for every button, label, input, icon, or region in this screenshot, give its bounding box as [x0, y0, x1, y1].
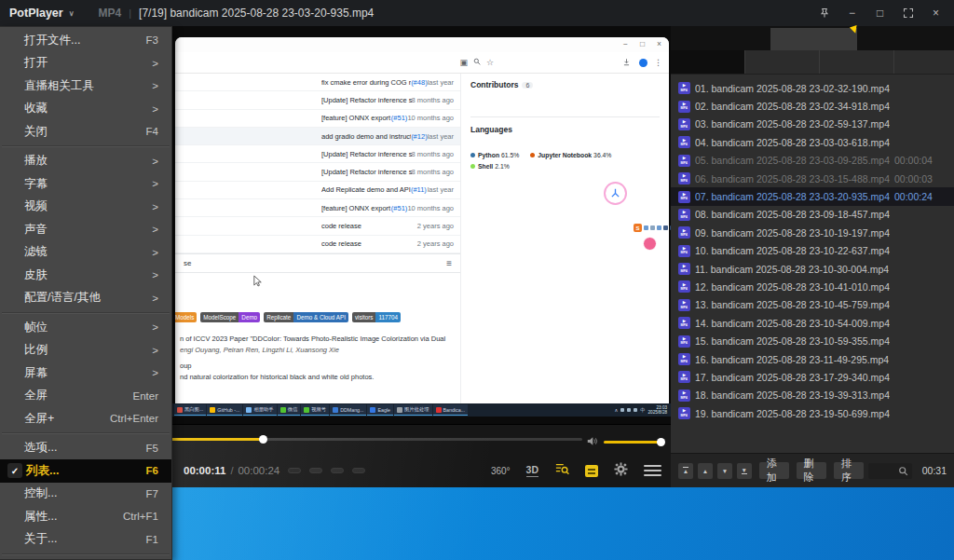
menu-item[interactable]: ✓ 收藏 > [0, 98, 171, 121]
avatar[interactable] [470, 96, 483, 108]
github-sidebar: Contributors6 Languages [461, 74, 669, 403]
video-area[interactable]: − □ × ▣ ☆ [172, 26, 671, 424]
menu-item[interactable]: ✓ 选项... F5 [0, 437, 171, 460]
move-bottom-button[interactable]: ▼ [737, 463, 752, 479]
playlist-item[interactable]: ▶MP4 02. bandicam 2025-08-28 23-02-34-91… [671, 97, 954, 115]
maximize-button[interactable]: □ [873, 7, 887, 20]
playlist-search-input[interactable] [868, 463, 912, 479]
playlist-item[interactable]: ▶MP4 16. bandicam 2025-08-28 23-11-49-29… [671, 350, 954, 368]
menu-item[interactable]: ✓ 字幕 > [0, 172, 171, 196]
commit-pr-link[interactable]: (#51) [391, 114, 408, 122]
subtitle-panel-button[interactable] [585, 465, 598, 477]
menu-item[interactable]: ✓ 控制... F7 [0, 483, 171, 506]
avatar[interactable] [489, 96, 501, 108]
move-up-button[interactable]: ▲ [698, 463, 713, 479]
volume-slider[interactable] [604, 441, 665, 444]
tool-icon[interactable] [650, 225, 655, 230]
menu-item[interactable]: ✓ 帧位 > [0, 316, 171, 339]
avatar[interactable] [564, 96, 576, 108]
codec-badge[interactable] [309, 468, 322, 473]
avatar[interactable] [545, 96, 557, 108]
playlist-item[interactable]: ▶MP4 14. bandicam 2025-08-28 23-10-54-00… [671, 314, 954, 332]
add-button[interactable]: 添加 [759, 462, 789, 479]
album-tab[interactable] [671, 50, 745, 74]
move-down-button[interactable]: ▼ [717, 463, 732, 479]
playlist-item[interactable]: ▶MP4 17. bandicam 2025-08-28 23-17-29-34… [671, 368, 954, 386]
menu-item[interactable]: ✓ 屏幕 > [0, 362, 171, 385]
menu-item[interactable]: ✓ 滤镜 > [0, 241, 171, 265]
menu-item[interactable]: ✓ 声音 > [0, 218, 171, 241]
menu-item[interactable]: ✓ 关闭 F4 [0, 120, 171, 143]
playlist-item[interactable]: ▶MP4 01. bandicam 2025-08-28 23-02-32-19… [671, 79, 954, 97]
readme-badge[interactable]: visitors 117704 [352, 312, 401, 322]
app-menu-button[interactable]: PotPlayer ∨ [9, 7, 75, 20]
playlist-item[interactable]: ▶MP4 07. bandicam 2025-08-28 23-03-20-93… [671, 187, 954, 205]
playlist-item[interactable]: ▶MP4 19. bandicam 2025-08-28 23-19-50-69… [671, 404, 954, 422]
commit-pr-link[interactable]: (#11) [411, 185, 427, 194]
panel-tab[interactable] [770, 28, 857, 50]
codec-badge[interactable] [352, 468, 365, 473]
commit-pr-link[interactable]: (#51) [391, 204, 408, 212]
move-top-button[interactable]: ▲ [678, 463, 693, 479]
close-button[interactable]: × [929, 7, 943, 20]
playlist-item[interactable]: ▶MP4 12. bandicam 2025-08-28 23-10-41-01… [671, 278, 954, 295]
playlist-item[interactable]: ▶MP4 09. bandicam 2025-08-28 23-10-19-19… [671, 224, 954, 241]
playlist-item[interactable]: ▶MP4 05. bandicam 2025-08-28 23-03-09-28… [671, 152, 954, 170]
minimize-button[interactable]: − [845, 7, 859, 20]
readme-badge[interactable]: Models [175, 312, 197, 322]
tool-icon[interactable] [657, 225, 661, 230]
menu-item[interactable]: ✓ 全屏+ Ctrl+Enter [0, 407, 171, 430]
commit-pr-link[interactable]: (#12) [411, 132, 428, 141]
playlist-item[interactable]: ▶MP4 10. bandicam 2025-08-28 23-10-22-63… [671, 242, 954, 260]
playlist-item[interactable]: ▶MP4 04. bandicam 2025-08-28 23-03-03-61… [671, 133, 954, 151]
tool-icon[interactable] [644, 225, 648, 230]
codec-badge[interactable] [288, 468, 301, 473]
snip-tool-icon[interactable]: S [634, 224, 642, 232]
volume-knob[interactable] [657, 438, 665, 446]
playlist-item[interactable]: ▶MP4 03. bandicam 2025-08-28 23-02-59-13… [671, 116, 954, 133]
menu-item[interactable]: ✓ [0, 309, 171, 316]
menu-item[interactable]: ✓ 打开 > [0, 52, 171, 75]
3d-button[interactable]: 3D [526, 464, 538, 477]
menu-item[interactable]: ✓ 属性... Ctrl+F1 [0, 505, 171, 528]
menu-item[interactable]: ✓ 播放 > [0, 150, 171, 173]
playlist-item[interactable]: ▶MP4 15. bandicam 2025-08-28 23-10-59-35… [671, 332, 954, 349]
commit-pr-link[interactable]: (#48) [411, 78, 428, 87]
menu-item[interactable]: ✓ 打开文件... F3 [0, 29, 171, 52]
menu-item[interactable]: ✓ [0, 143, 171, 150]
menu-item[interactable]: ✓ 配置/语言/其他 > [0, 287, 171, 310]
menu-item[interactable]: ✓ 全屏 Enter [0, 385, 171, 408]
menu-item[interactable]: ✓ [0, 430, 171, 437]
album-tab[interactable] [745, 50, 820, 74]
tool-icon[interactable] [663, 225, 668, 230]
menu-item[interactable]: ✓ 关于... F1 [0, 528, 171, 552]
menu-item[interactable]: ✓ 视频 > [0, 196, 171, 219]
avatar[interactable] [526, 96, 538, 108]
album-tab[interactable] [820, 50, 894, 74]
menu-hamburger-button[interactable] [644, 465, 661, 476]
readme-badge[interactable]: Replicate Demo & Cloud API [264, 312, 348, 322]
menu-item[interactable]: ✓ 比例 > [0, 339, 171, 362]
avatar[interactable] [508, 96, 520, 108]
menu-item[interactable]: ✓ 直播相关工具 > [0, 75, 171, 98]
panel-tab[interactable] [671, 28, 770, 50]
delete-button[interactable]: 删除 [797, 462, 826, 479]
playlist-item[interactable]: ▶MP4 08. bandicam 2025-08-28 23-09-18-45… [671, 206, 954, 224]
fullscreen-button[interactable] [901, 7, 915, 20]
speaker-icon[interactable] [586, 433, 598, 450]
settings-gear-button[interactable] [614, 462, 628, 480]
playlist-item[interactable]: ▶MP4 13. bandicam 2025-08-28 23-10-45-75… [671, 296, 954, 314]
vr-360-button[interactable]: 360° [491, 466, 511, 476]
menu-item[interactable]: ✓ [0, 551, 171, 557]
menu-item[interactable]: ✓ 列表... F6 [0, 459, 171, 483]
playlist-item[interactable]: ▶MP4 18. bandicam 2025-08-28 23-19-39-31… [671, 387, 954, 404]
playlist-item[interactable]: ▶MP4 11. bandicam 2025-08-28 23-10-30-00… [671, 260, 954, 278]
menu-item[interactable]: ✓ 皮肤 > [0, 264, 171, 287]
seek-knob[interactable] [259, 435, 267, 444]
search-list-button[interactable] [554, 462, 569, 479]
codec-badge[interactable] [331, 468, 344, 473]
readme-badge[interactable]: ModelScope Demo [200, 312, 260, 322]
playlist-item[interactable]: ▶MP4 06. bandicam 2025-08-28 23-03-15-48… [671, 170, 954, 187]
pin-icon[interactable] [817, 7, 831, 20]
sort-button[interactable]: 排序 [834, 462, 864, 479]
